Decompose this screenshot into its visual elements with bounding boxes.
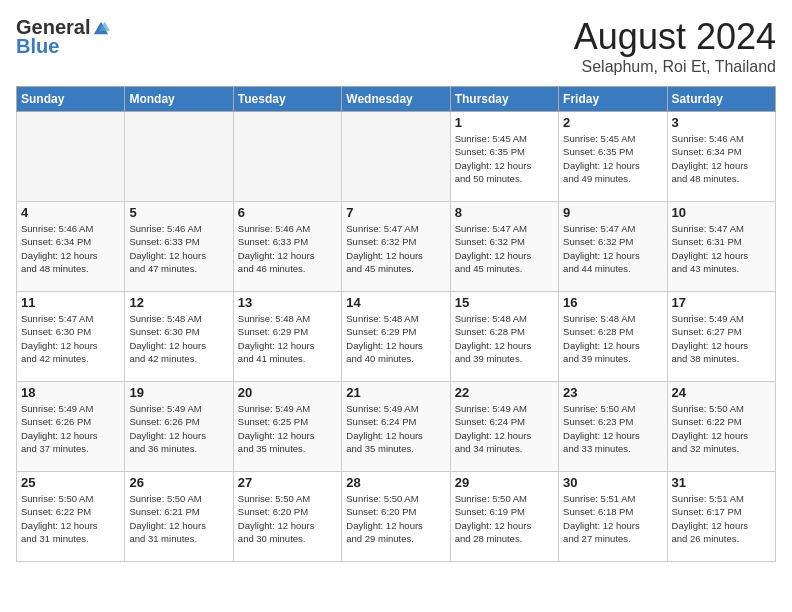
weekday-header-saturday: Saturday [667, 87, 775, 112]
calendar-week-1: 1Sunrise: 5:45 AM Sunset: 6:35 PM Daylig… [17, 112, 776, 202]
calendar-cell: 14Sunrise: 5:48 AM Sunset: 6:29 PM Dayli… [342, 292, 450, 382]
cell-sun-info: Sunrise: 5:46 AM Sunset: 6:34 PM Dayligh… [21, 222, 120, 275]
calendar-week-4: 18Sunrise: 5:49 AM Sunset: 6:26 PM Dayli… [17, 382, 776, 472]
weekday-header-tuesday: Tuesday [233, 87, 341, 112]
calendar-cell: 7Sunrise: 5:47 AM Sunset: 6:32 PM Daylig… [342, 202, 450, 292]
title-block: August 2024 Selaphum, Roi Et, Thailand [574, 16, 776, 76]
day-number: 4 [21, 205, 120, 220]
calendar-cell: 6Sunrise: 5:46 AM Sunset: 6:33 PM Daylig… [233, 202, 341, 292]
calendar-week-3: 11Sunrise: 5:47 AM Sunset: 6:30 PM Dayli… [17, 292, 776, 382]
cell-sun-info: Sunrise: 5:48 AM Sunset: 6:28 PM Dayligh… [455, 312, 554, 365]
logo-icon [92, 19, 110, 37]
calendar-week-2: 4Sunrise: 5:46 AM Sunset: 6:34 PM Daylig… [17, 202, 776, 292]
calendar-cell: 19Sunrise: 5:49 AM Sunset: 6:26 PM Dayli… [125, 382, 233, 472]
calendar-cell: 15Sunrise: 5:48 AM Sunset: 6:28 PM Dayli… [450, 292, 558, 382]
day-number: 9 [563, 205, 662, 220]
logo-blue: Blue [16, 35, 59, 58]
day-number: 17 [672, 295, 771, 310]
calendar-cell [233, 112, 341, 202]
calendar-cell: 12Sunrise: 5:48 AM Sunset: 6:30 PM Dayli… [125, 292, 233, 382]
day-number: 27 [238, 475, 337, 490]
cell-sun-info: Sunrise: 5:50 AM Sunset: 6:21 PM Dayligh… [129, 492, 228, 545]
weekday-header-sunday: Sunday [17, 87, 125, 112]
cell-sun-info: Sunrise: 5:50 AM Sunset: 6:22 PM Dayligh… [672, 402, 771, 455]
cell-sun-info: Sunrise: 5:47 AM Sunset: 6:32 PM Dayligh… [455, 222, 554, 275]
cell-sun-info: Sunrise: 5:45 AM Sunset: 6:35 PM Dayligh… [563, 132, 662, 185]
calendar-table: SundayMondayTuesdayWednesdayThursdayFrid… [16, 86, 776, 562]
day-number: 29 [455, 475, 554, 490]
cell-sun-info: Sunrise: 5:48 AM Sunset: 6:28 PM Dayligh… [563, 312, 662, 365]
day-number: 26 [129, 475, 228, 490]
cell-sun-info: Sunrise: 5:48 AM Sunset: 6:29 PM Dayligh… [238, 312, 337, 365]
day-number: 24 [672, 385, 771, 400]
cell-sun-info: Sunrise: 5:47 AM Sunset: 6:30 PM Dayligh… [21, 312, 120, 365]
weekday-header-monday: Monday [125, 87, 233, 112]
cell-sun-info: Sunrise: 5:48 AM Sunset: 6:29 PM Dayligh… [346, 312, 445, 365]
day-number: 1 [455, 115, 554, 130]
calendar-cell: 9Sunrise: 5:47 AM Sunset: 6:32 PM Daylig… [559, 202, 667, 292]
cell-sun-info: Sunrise: 5:48 AM Sunset: 6:30 PM Dayligh… [129, 312, 228, 365]
calendar-cell: 10Sunrise: 5:47 AM Sunset: 6:31 PM Dayli… [667, 202, 775, 292]
day-number: 11 [21, 295, 120, 310]
weekday-header-wednesday: Wednesday [342, 87, 450, 112]
cell-sun-info: Sunrise: 5:49 AM Sunset: 6:27 PM Dayligh… [672, 312, 771, 365]
calendar-cell: 2Sunrise: 5:45 AM Sunset: 6:35 PM Daylig… [559, 112, 667, 202]
calendar-cell: 25Sunrise: 5:50 AM Sunset: 6:22 PM Dayli… [17, 472, 125, 562]
weekday-header-row: SundayMondayTuesdayWednesdayThursdayFrid… [17, 87, 776, 112]
day-number: 18 [21, 385, 120, 400]
weekday-header-thursday: Thursday [450, 87, 558, 112]
cell-sun-info: Sunrise: 5:47 AM Sunset: 6:31 PM Dayligh… [672, 222, 771, 275]
calendar-cell: 20Sunrise: 5:49 AM Sunset: 6:25 PM Dayli… [233, 382, 341, 472]
cell-sun-info: Sunrise: 5:49 AM Sunset: 6:26 PM Dayligh… [129, 402, 228, 455]
cell-sun-info: Sunrise: 5:50 AM Sunset: 6:22 PM Dayligh… [21, 492, 120, 545]
cell-sun-info: Sunrise: 5:49 AM Sunset: 6:25 PM Dayligh… [238, 402, 337, 455]
day-number: 10 [672, 205, 771, 220]
cell-sun-info: Sunrise: 5:49 AM Sunset: 6:24 PM Dayligh… [455, 402, 554, 455]
cell-sun-info: Sunrise: 5:50 AM Sunset: 6:20 PM Dayligh… [238, 492, 337, 545]
page-header: General Blue August 2024 Selaphum, Roi E… [16, 16, 776, 76]
weekday-header-friday: Friday [559, 87, 667, 112]
calendar-cell [17, 112, 125, 202]
day-number: 15 [455, 295, 554, 310]
day-number: 2 [563, 115, 662, 130]
cell-sun-info: Sunrise: 5:47 AM Sunset: 6:32 PM Dayligh… [563, 222, 662, 275]
day-number: 7 [346, 205, 445, 220]
day-number: 12 [129, 295, 228, 310]
calendar-cell: 3Sunrise: 5:46 AM Sunset: 6:34 PM Daylig… [667, 112, 775, 202]
calendar-cell: 18Sunrise: 5:49 AM Sunset: 6:26 PM Dayli… [17, 382, 125, 472]
day-number: 21 [346, 385, 445, 400]
calendar-cell: 22Sunrise: 5:49 AM Sunset: 6:24 PM Dayli… [450, 382, 558, 472]
day-number: 23 [563, 385, 662, 400]
cell-sun-info: Sunrise: 5:51 AM Sunset: 6:17 PM Dayligh… [672, 492, 771, 545]
cell-sun-info: Sunrise: 5:45 AM Sunset: 6:35 PM Dayligh… [455, 132, 554, 185]
calendar-cell: 5Sunrise: 5:46 AM Sunset: 6:33 PM Daylig… [125, 202, 233, 292]
calendar-cell: 29Sunrise: 5:50 AM Sunset: 6:19 PM Dayli… [450, 472, 558, 562]
day-number: 19 [129, 385, 228, 400]
day-number: 30 [563, 475, 662, 490]
calendar-cell: 30Sunrise: 5:51 AM Sunset: 6:18 PM Dayli… [559, 472, 667, 562]
calendar-cell: 13Sunrise: 5:48 AM Sunset: 6:29 PM Dayli… [233, 292, 341, 382]
calendar-cell: 31Sunrise: 5:51 AM Sunset: 6:17 PM Dayli… [667, 472, 775, 562]
cell-sun-info: Sunrise: 5:50 AM Sunset: 6:19 PM Dayligh… [455, 492, 554, 545]
calendar-cell: 28Sunrise: 5:50 AM Sunset: 6:20 PM Dayli… [342, 472, 450, 562]
location-subtitle: Selaphum, Roi Et, Thailand [574, 58, 776, 76]
cell-sun-info: Sunrise: 5:46 AM Sunset: 6:34 PM Dayligh… [672, 132, 771, 185]
day-number: 25 [21, 475, 120, 490]
cell-sun-info: Sunrise: 5:46 AM Sunset: 6:33 PM Dayligh… [129, 222, 228, 275]
calendar-cell [125, 112, 233, 202]
day-number: 3 [672, 115, 771, 130]
calendar-cell: 24Sunrise: 5:50 AM Sunset: 6:22 PM Dayli… [667, 382, 775, 472]
calendar-cell: 11Sunrise: 5:47 AM Sunset: 6:30 PM Dayli… [17, 292, 125, 382]
calendar-cell: 16Sunrise: 5:48 AM Sunset: 6:28 PM Dayli… [559, 292, 667, 382]
cell-sun-info: Sunrise: 5:49 AM Sunset: 6:26 PM Dayligh… [21, 402, 120, 455]
calendar-cell [342, 112, 450, 202]
day-number: 31 [672, 475, 771, 490]
day-number: 20 [238, 385, 337, 400]
cell-sun-info: Sunrise: 5:49 AM Sunset: 6:24 PM Dayligh… [346, 402, 445, 455]
day-number: 13 [238, 295, 337, 310]
calendar-cell: 1Sunrise: 5:45 AM Sunset: 6:35 PM Daylig… [450, 112, 558, 202]
day-number: 6 [238, 205, 337, 220]
day-number: 22 [455, 385, 554, 400]
cell-sun-info: Sunrise: 5:47 AM Sunset: 6:32 PM Dayligh… [346, 222, 445, 275]
cell-sun-info: Sunrise: 5:46 AM Sunset: 6:33 PM Dayligh… [238, 222, 337, 275]
